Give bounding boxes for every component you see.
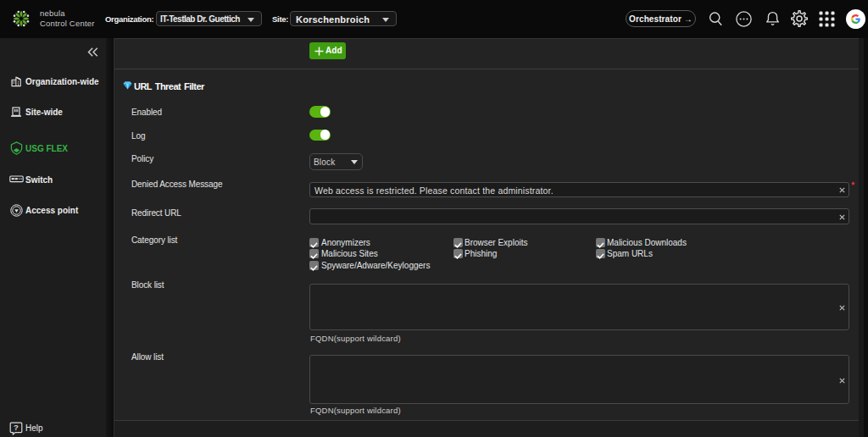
svg-text:?: ?	[14, 423, 19, 432]
